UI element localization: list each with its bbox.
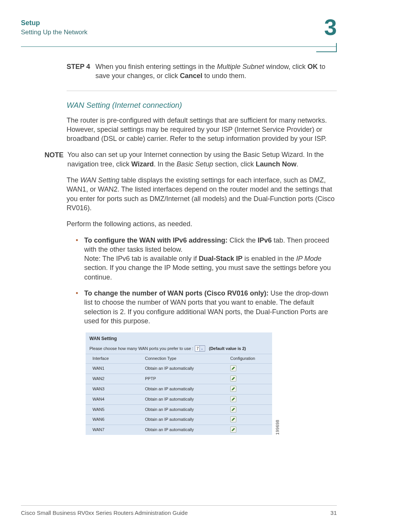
content-area: STEP 4 When you finish entering settings… — [67, 62, 337, 435]
pencil-icon — [231, 366, 235, 370]
pencil-icon — [231, 417, 235, 421]
edit-config-button[interactable] — [230, 375, 236, 382]
pencil-icon — [231, 387, 235, 391]
table-row: WAN6 Obtain an IP automatically — [86, 415, 272, 425]
page-footer: Cisco Small Business RV0xx Series Router… — [21, 505, 337, 516]
col-configuration: Configuration — [223, 354, 272, 364]
note-label: NOTE — [45, 150, 64, 169]
wan-table-header: Interface Connection Type Configuration — [86, 354, 272, 364]
wan-table: Interface Connection Type Configuration … — [86, 354, 272, 435]
paragraph-wan-setting: The WAN Setting table displays the exist… — [67, 176, 337, 212]
header-title: Setup — [21, 19, 88, 27]
paragraph-intro: The router is pre-configured with defaul… — [67, 116, 337, 144]
cell-interface: WAN1 — [86, 364, 138, 374]
bullet-wan-ports: • To change the number of WAN ports (Cis… — [67, 289, 337, 326]
edit-config-button[interactable] — [230, 427, 236, 433]
page-header: Setup Setting Up the Network 3 — [21, 19, 337, 39]
pencil-icon — [231, 397, 235, 401]
table-row: WAN1 Obtain an IP automatically — [86, 364, 272, 374]
note-text: You also can set up your Internet connec… — [67, 150, 337, 169]
footer-page-number: 31 — [330, 510, 337, 516]
separator — [67, 91, 337, 91]
note-block: NOTE You also can set up your Internet c… — [45, 150, 337, 169]
wan-port-select[interactable]: 7 ⌄ — [195, 345, 205, 351]
wan-port-selected-value: 7 — [196, 346, 199, 351]
step-label: STEP 4 — [67, 62, 90, 81]
cell-interface: WAN3 — [86, 384, 138, 394]
table-row: WAN7 Obtain an IP automatically — [86, 425, 272, 435]
chevron-down-icon: ⌄ — [199, 346, 204, 351]
edit-config-button[interactable] — [230, 416, 236, 422]
paragraph-perform: Perform the following actions, as needed… — [67, 219, 337, 228]
wan-setting-panel: WAN Setting Please choose how many WAN p… — [86, 332, 272, 435]
bullet-marker-icon: • — [76, 289, 78, 326]
table-row: WAN2 PPTP — [86, 374, 272, 384]
edit-config-button[interactable] — [230, 365, 236, 371]
wan-default-note: (Default value is 2) — [209, 346, 246, 351]
bullet-list: • To configure the WAN with IPv6 address… — [67, 236, 337, 326]
section-heading: WAN Setting (Internet connection) — [67, 100, 337, 110]
wan-port-selector-row: Please choose how many WAN ports you pre… — [86, 344, 272, 354]
cell-interface: WAN5 — [86, 404, 138, 415]
table-row: WAN5 Obtain an IP automatically — [86, 404, 272, 415]
pencil-icon — [231, 377, 235, 380]
cell-connection-type: Obtain an IP automatically — [138, 404, 223, 415]
cell-interface: WAN7 — [86, 425, 138, 435]
cell-connection-type: Obtain an IP automatically — [138, 394, 223, 404]
step-4: STEP 4 When you finish entering settings… — [67, 62, 337, 81]
bullet-ipv6: • To configure the WAN with IPv6 address… — [67, 236, 337, 282]
bullet-text: To change the number of WAN ports (Cisco… — [84, 289, 337, 326]
bullet-marker-icon: • — [76, 236, 78, 282]
bullet-text: To configure the WAN with IPv6 addressin… — [84, 236, 337, 282]
edit-config-button[interactable] — [230, 386, 236, 392]
cell-interface: WAN6 — [86, 415, 138, 425]
cell-connection-type: Obtain an IP automatically — [138, 415, 223, 425]
cell-connection-type: Obtain an IP automatically — [138, 364, 223, 374]
cell-interface: WAN4 — [86, 394, 138, 404]
wan-port-prompt: Please choose how many WAN ports you pre… — [89, 346, 193, 351]
wan-panel-title: WAN Setting — [86, 332, 272, 344]
edit-config-button[interactable] — [230, 406, 236, 412]
cell-connection-type: PPTP — [138, 374, 223, 384]
cell-interface: WAN2 — [86, 374, 138, 384]
header-rule — [21, 46, 337, 47]
pencil-icon — [231, 428, 235, 431]
chapter-number: 3 — [324, 16, 337, 39]
col-interface: Interface — [86, 354, 138, 364]
table-row: WAN3 Obtain an IP automatically — [86, 384, 272, 394]
col-connection-type: Connection Type — [138, 354, 223, 364]
table-row: WAN4 Obtain an IP automatically — [86, 394, 272, 404]
cell-connection-type: Obtain an IP automatically — [138, 425, 223, 435]
footer-doc-title: Cisco Small Business RV0xx Series Router… — [21, 510, 188, 516]
image-id: 199698 — [275, 420, 280, 435]
cell-connection-type: Obtain an IP automatically — [138, 384, 223, 394]
step-text: When you finish entering settings in the… — [96, 62, 337, 81]
edit-config-button[interactable] — [230, 396, 236, 402]
pencil-icon — [231, 407, 235, 411]
header-subtitle: Setting Up the Network — [21, 29, 88, 36]
